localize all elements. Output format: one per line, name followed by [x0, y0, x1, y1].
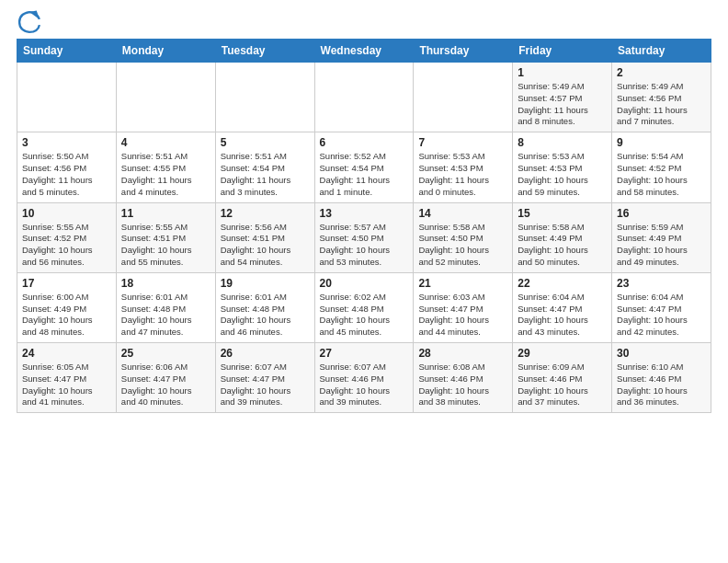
day-number: 28 — [418, 347, 507, 360]
day-info: Sunrise: 5:58 AM Sunset: 4:50 PM Dayligh… — [418, 222, 507, 269]
day-number: 19 — [221, 277, 310, 290]
week-row-4: 17Sunrise: 6:00 AM Sunset: 4:49 PM Dayli… — [17, 272, 711, 342]
day-cell: 27Sunrise: 6:07 AM Sunset: 4:46 PM Dayli… — [314, 343, 414, 413]
day-cell: 6Sunrise: 5:52 AM Sunset: 4:54 PM Daylig… — [314, 132, 414, 202]
day-number: 23 — [617, 277, 706, 290]
day-cell — [17, 63, 117, 132]
day-cell: 4Sunrise: 5:51 AM Sunset: 4:55 PM Daylig… — [116, 132, 215, 202]
day-number: 18 — [121, 277, 210, 290]
day-info: Sunrise: 6:04 AM Sunset: 4:47 PM Dayligh… — [617, 292, 706, 339]
day-cell: 23Sunrise: 6:04 AM Sunset: 4:47 PM Dayli… — [612, 272, 711, 342]
day-number: 7 — [418, 136, 507, 149]
day-info: Sunrise: 5:49 AM Sunset: 4:57 PM Dayligh… — [518, 81, 607, 128]
day-number: 24 — [22, 347, 111, 360]
day-cell: 20Sunrise: 6:02 AM Sunset: 4:48 PM Dayli… — [314, 272, 414, 342]
day-number: 14 — [418, 207, 507, 220]
day-info: Sunrise: 6:04 AM Sunset: 4:47 PM Dayligh… — [518, 292, 607, 339]
weekday-header-saturday: Saturday — [612, 40, 711, 63]
day-info: Sunrise: 5:56 AM Sunset: 4:51 PM Dayligh… — [221, 222, 310, 269]
day-info: Sunrise: 5:59 AM Sunset: 4:49 PM Dayligh… — [617, 222, 706, 269]
weekday-header-friday: Friday — [513, 40, 612, 63]
day-number: 25 — [121, 347, 210, 360]
day-info: Sunrise: 5:52 AM Sunset: 4:54 PM Dayligh… — [320, 151, 409, 198]
day-cell: 30Sunrise: 6:10 AM Sunset: 4:46 PM Dayli… — [612, 343, 711, 413]
day-cell — [314, 63, 414, 132]
day-info: Sunrise: 5:49 AM Sunset: 4:56 PM Dayligh… — [617, 81, 706, 128]
day-cell — [414, 63, 513, 132]
day-cell: 21Sunrise: 6:03 AM Sunset: 4:47 PM Dayli… — [414, 272, 513, 342]
day-number: 15 — [518, 207, 607, 220]
day-info: Sunrise: 5:53 AM Sunset: 4:53 PM Dayligh… — [518, 151, 607, 198]
day-cell: 5Sunrise: 5:51 AM Sunset: 4:54 PM Daylig… — [215, 132, 314, 202]
day-info: Sunrise: 6:06 AM Sunset: 4:47 PM Dayligh… — [121, 362, 210, 408]
day-info: Sunrise: 6:03 AM Sunset: 4:47 PM Dayligh… — [418, 292, 507, 339]
day-info: Sunrise: 6:07 AM Sunset: 4:46 PM Dayligh… — [320, 362, 409, 408]
day-number: 17 — [22, 277, 111, 290]
day-number: 2 — [617, 66, 706, 79]
day-info: Sunrise: 6:01 AM Sunset: 4:48 PM Dayligh… — [221, 292, 310, 339]
day-cell: 29Sunrise: 6:09 AM Sunset: 4:46 PM Dayli… — [513, 343, 612, 413]
day-number: 29 — [518, 347, 607, 360]
day-cell: 26Sunrise: 6:07 AM Sunset: 4:47 PM Dayli… — [215, 343, 314, 413]
week-row-1: 1Sunrise: 5:49 AM Sunset: 4:57 PM Daylig… — [17, 63, 711, 132]
day-number: 11 — [121, 207, 210, 220]
day-cell: 17Sunrise: 6:00 AM Sunset: 4:49 PM Dayli… — [17, 272, 117, 342]
weekday-header-tuesday: Tuesday — [215, 40, 314, 63]
day-info: Sunrise: 5:55 AM Sunset: 4:51 PM Dayligh… — [121, 222, 210, 269]
day-info: Sunrise: 6:02 AM Sunset: 4:48 PM Dayligh… — [320, 292, 409, 339]
day-cell: 8Sunrise: 5:53 AM Sunset: 4:53 PM Daylig… — [513, 132, 612, 202]
day-cell: 11Sunrise: 5:55 AM Sunset: 4:51 PM Dayli… — [116, 202, 215, 272]
calendar-header-row: SundayMondayTuesdayWednesdayThursdayFrid… — [17, 40, 711, 63]
day-number: 8 — [518, 136, 607, 149]
day-cell: 19Sunrise: 6:01 AM Sunset: 4:48 PM Dayli… — [215, 272, 314, 342]
day-info: Sunrise: 5:51 AM Sunset: 4:54 PM Dayligh… — [221, 151, 310, 198]
day-cell: 13Sunrise: 5:57 AM Sunset: 4:50 PM Dayli… — [314, 202, 414, 272]
day-cell: 12Sunrise: 5:56 AM Sunset: 4:51 PM Dayli… — [215, 202, 314, 272]
weekday-header-thursday: Thursday — [414, 40, 513, 63]
day-info: Sunrise: 6:01 AM Sunset: 4:48 PM Dayligh… — [121, 292, 210, 339]
day-info: Sunrise: 6:09 AM Sunset: 4:46 PM Dayligh… — [518, 362, 607, 408]
header — [17, 9, 711, 35]
day-cell: 1Sunrise: 5:49 AM Sunset: 4:57 PM Daylig… — [513, 63, 612, 132]
day-number: 12 — [221, 207, 310, 220]
day-cell: 24Sunrise: 6:05 AM Sunset: 4:47 PM Dayli… — [17, 343, 117, 413]
day-cell: 2Sunrise: 5:49 AM Sunset: 4:56 PM Daylig… — [612, 63, 711, 132]
page: SundayMondayTuesdayWednesdayThursdayFrid… — [0, 0, 728, 563]
day-info: Sunrise: 5:57 AM Sunset: 4:50 PM Dayligh… — [320, 222, 409, 269]
day-cell: 28Sunrise: 6:08 AM Sunset: 4:46 PM Dayli… — [414, 343, 513, 413]
logo — [17, 9, 46, 35]
day-number: 30 — [617, 347, 706, 360]
logo-icon — [17, 9, 42, 35]
day-number: 13 — [320, 207, 409, 220]
day-number: 21 — [418, 277, 507, 290]
day-info: Sunrise: 5:51 AM Sunset: 4:55 PM Dayligh… — [121, 151, 210, 198]
day-cell: 25Sunrise: 6:06 AM Sunset: 4:47 PM Dayli… — [116, 343, 215, 413]
day-cell: 10Sunrise: 5:55 AM Sunset: 4:52 PM Dayli… — [17, 202, 117, 272]
day-number: 20 — [320, 277, 409, 290]
day-info: Sunrise: 5:50 AM Sunset: 4:56 PM Dayligh… — [22, 151, 111, 198]
day-cell: 22Sunrise: 6:04 AM Sunset: 4:47 PM Dayli… — [513, 272, 612, 342]
week-row-2: 3Sunrise: 5:50 AM Sunset: 4:56 PM Daylig… — [17, 132, 711, 202]
day-cell: 16Sunrise: 5:59 AM Sunset: 4:49 PM Dayli… — [612, 202, 711, 272]
day-number: 10 — [22, 207, 111, 220]
day-cell: 9Sunrise: 5:54 AM Sunset: 4:52 PM Daylig… — [612, 132, 711, 202]
day-info: Sunrise: 6:00 AM Sunset: 4:49 PM Dayligh… — [22, 292, 111, 339]
day-number: 4 — [121, 136, 210, 149]
day-number: 6 — [320, 136, 409, 149]
day-cell — [215, 63, 314, 132]
day-info: Sunrise: 5:53 AM Sunset: 4:53 PM Dayligh… — [418, 151, 507, 198]
day-cell: 7Sunrise: 5:53 AM Sunset: 4:53 PM Daylig… — [414, 132, 513, 202]
day-number: 26 — [221, 347, 310, 360]
day-cell: 18Sunrise: 6:01 AM Sunset: 4:48 PM Dayli… — [116, 272, 215, 342]
day-cell — [116, 63, 215, 132]
day-info: Sunrise: 5:55 AM Sunset: 4:52 PM Dayligh… — [22, 222, 111, 269]
day-cell: 14Sunrise: 5:58 AM Sunset: 4:50 PM Dayli… — [414, 202, 513, 272]
calendar-table: SundayMondayTuesdayWednesdayThursdayFrid… — [17, 39, 711, 413]
day-info: Sunrise: 6:05 AM Sunset: 4:47 PM Dayligh… — [22, 362, 111, 408]
day-number: 27 — [320, 347, 409, 360]
weekday-header-wednesday: Wednesday — [314, 40, 414, 63]
day-number: 5 — [221, 136, 310, 149]
week-row-5: 24Sunrise: 6:05 AM Sunset: 4:47 PM Dayli… — [17, 343, 711, 413]
weekday-header-monday: Monday — [116, 40, 215, 63]
week-row-3: 10Sunrise: 5:55 AM Sunset: 4:52 PM Dayli… — [17, 202, 711, 272]
